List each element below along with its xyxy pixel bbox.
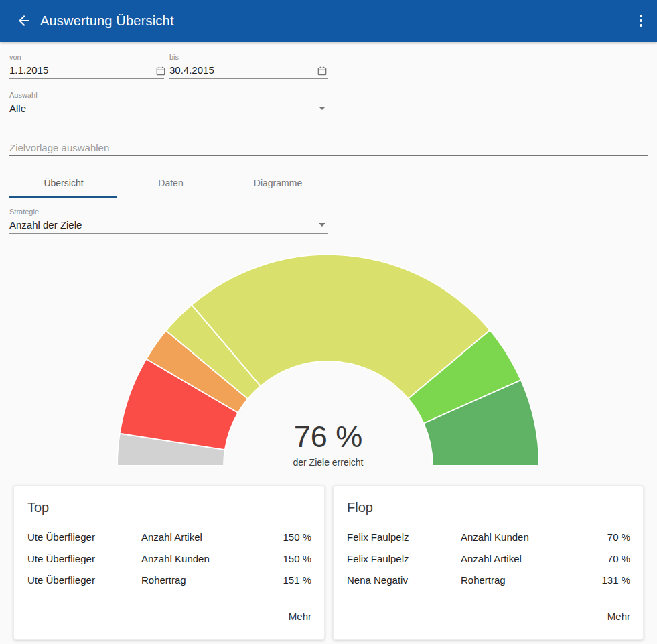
more-vert-icon[interactable] <box>633 13 649 29</box>
row-value: 70 % <box>607 553 630 564</box>
zielvorlage-underline <box>9 155 648 156</box>
flop-card-rows: Felix FaulpelzAnzahl Kunden70 %Felix Fau… <box>334 526 643 590</box>
zielvorlage-select[interactable]: Zielvorlage auswählen <box>9 137 648 155</box>
row-value: 150 % <box>283 553 311 564</box>
zielvorlage-placeholder: Zielvorlage auswählen <box>9 142 109 153</box>
row-name: Ute Überflieger <box>27 574 141 586</box>
tab-uebersicht[interactable]: Übersicht <box>10 168 117 198</box>
flop-more-button[interactable]: Mehr <box>607 610 630 622</box>
top-more-button[interactable]: Mehr <box>289 610 311 622</box>
table-row: Ute ÜberfliegerAnzahl Kunden150 % <box>14 548 324 569</box>
von-underline <box>9 78 164 79</box>
flop-card: Flop Felix FaulpelzAnzahl Kunden70 %Feli… <box>333 485 644 640</box>
row-value: 150 % <box>283 531 311 543</box>
auswahl-select[interactable]: Alle <box>9 98 328 117</box>
tab-diagramme[interactable]: Diagramme <box>224 168 332 198</box>
page-title: Auswertung Übersicht <box>40 13 174 29</box>
calendar-icon[interactable] <box>317 66 327 76</box>
chevron-down-icon <box>319 107 325 110</box>
gauge-center-label: der Ziele erreicht <box>228 457 429 468</box>
flop-card-title: Flop <box>347 500 373 515</box>
back-arrow-icon[interactable] <box>16 13 32 29</box>
top-card: Top Ute ÜberfliegerAnzahl Artikel150 %Ut… <box>13 485 325 640</box>
row-metric: Anzahl Kunden <box>461 531 607 543</box>
active-tab-indicator <box>9 196 117 198</box>
table-row: Felix FaulpelzAnzahl Kunden70 % <box>334 526 643 548</box>
top-card-title: Top <box>27 500 49 515</box>
von-date-field[interactable]: 1.1.2015 <box>9 64 48 76</box>
bis-date-field[interactable]: 30.4.2015 <box>169 64 214 76</box>
row-value: 70 % <box>607 531 630 543</box>
table-row: Ute ÜberfliegerAnzahl Artikel150 % <box>14 526 324 548</box>
table-row: Felix FaulpelzAnzahl Artikel70 % <box>334 548 643 569</box>
bis-label: bis <box>169 53 179 61</box>
row-metric: Rohertrag <box>141 574 283 586</box>
von-label: von <box>9 53 21 61</box>
table-row: Ute ÜberfliegerRohertrag151 % <box>14 569 324 590</box>
row-metric: Anzahl Artikel <box>141 531 283 543</box>
row-name: Felix Faulpelz <box>347 553 461 564</box>
strategie-underline <box>9 233 328 234</box>
row-name: Felix Faulpelz <box>347 531 461 543</box>
row-value: 151 % <box>283 574 311 586</box>
auswahl-underline <box>9 117 328 117</box>
auswahl-value: Alle <box>9 103 26 114</box>
bis-underline <box>169 78 328 79</box>
row-metric: Anzahl Kunden <box>141 553 283 564</box>
tab-bar: Übersicht Daten Diagramme <box>10 168 332 198</box>
top-card-rows: Ute ÜberfliegerAnzahl Artikel150 %Ute Üb… <box>14 526 324 590</box>
app-bar: Auswertung Übersicht <box>0 0 657 42</box>
row-metric: Anzahl Artikel <box>461 553 607 564</box>
strategie-value: Anzahl der Ziele <box>9 219 82 231</box>
row-value: 131 % <box>601 574 630 586</box>
tab-daten[interactable]: Daten <box>117 168 224 198</box>
strategie-select[interactable]: Anzahl der Ziele <box>9 214 328 233</box>
chevron-down-icon <box>319 223 325 227</box>
row-name: Nena Negativ <box>347 574 461 586</box>
row-metric: Rohertrag <box>461 574 601 586</box>
gauge-center-value: 76 % <box>228 420 429 454</box>
calendar-icon[interactable] <box>155 66 166 76</box>
table-row: Nena NegativRohertrag131 % <box>334 569 643 590</box>
row-name: Ute Überflieger <box>27 531 141 543</box>
row-name: Ute Überflieger <box>27 553 141 564</box>
